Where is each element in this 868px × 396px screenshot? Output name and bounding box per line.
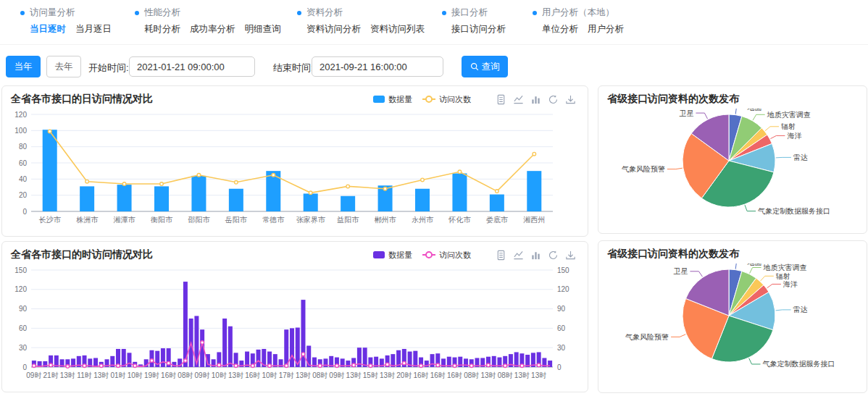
end-time-label: 结束时间:	[273, 62, 314, 75]
chart-legend: 数据量 访问次数	[373, 250, 471, 261]
data-view-icon[interactable]	[496, 250, 506, 261]
this-year-button[interactable]: 当年	[6, 56, 41, 77]
legend-item-databar[interactable]: 数据量	[373, 94, 412, 105]
svg-text:气象风险预警: 气象风险预警	[622, 165, 665, 173]
nav-item-daily-month[interactable]: 当月逐日	[75, 23, 112, 35]
svg-text:地质灾害调查: 地质灾害调查	[763, 264, 807, 271]
nav-section-title: 资料分析	[306, 7, 343, 19]
svg-text:150: 150	[14, 266, 27, 274]
legend-label: 访问次数	[439, 250, 471, 261]
restore-icon[interactable]	[548, 250, 559, 261]
bar-swatch-icon	[373, 251, 385, 258]
chart-legend: 数据量 访问次数	[373, 94, 471, 105]
start-time-input[interactable]	[129, 56, 255, 77]
svg-text:16时: 16时	[414, 371, 429, 379]
download-icon[interactable]	[565, 94, 576, 105]
nav-item-data-access-list[interactable]: 资料访问列表	[370, 23, 425, 35]
svg-text:常德市: 常德市	[262, 216, 285, 224]
nav-item-hourly-today[interactable]: 当日逐时	[30, 23, 66, 35]
svg-text:150: 150	[557, 266, 569, 274]
legend-item-visitline[interactable]: 访问次数	[422, 250, 471, 261]
svg-text:08时: 08时	[464, 371, 479, 379]
nav-section-title: 性能分析	[144, 7, 180, 19]
nav-item-interface-access-analysis[interactable]: 接口访问分析	[451, 23, 506, 35]
filter-bar: 当年 去年 开始时间: 结束时间: 查询	[0, 56, 868, 79]
svg-text:气象定制数据服务接口: 气象定制数据服务接口	[758, 207, 830, 215]
line-chart-toggle-icon[interactable]	[513, 250, 524, 261]
line-swatch-icon	[422, 251, 435, 258]
chart-title: 省级接口访问资料的次数发布	[607, 248, 739, 261]
svg-text:0: 0	[22, 208, 27, 216]
svg-text:辐射: 辐射	[781, 122, 796, 130]
nav-section-title: 用户分析（本地）	[542, 7, 614, 19]
bullet-icon	[442, 11, 446, 15]
province-pie-panel-top: 省级接口访问资料的次数发布 地面地质灾害调查辐射海洋雷达气象定制数据服务接口气象…	[598, 85, 867, 234]
svg-text:雷达: 雷达	[793, 153, 808, 161]
svg-text:20时: 20时	[396, 371, 412, 379]
download-icon[interactable]	[565, 250, 576, 261]
nav-item-unit-analysis[interactable]: 单位分析	[542, 23, 578, 35]
svg-text:13时: 13时	[60, 371, 75, 379]
svg-text:株洲市: 株洲市	[75, 216, 99, 224]
nav-item-data-access-analysis[interactable]: 资料访问分析	[306, 23, 361, 35]
svg-text:海洋: 海洋	[783, 280, 798, 288]
bar-swatch-icon	[373, 96, 385, 103]
svg-text:10时: 10时	[128, 371, 143, 379]
legend-label: 访问次数	[439, 94, 471, 105]
nav-item-user-analysis[interactable]: 用户分析	[588, 23, 624, 35]
line-swatch-icon	[422, 96, 435, 103]
analytics-dashboard: 访问量分析 当日逐时 当月逐日 性能分析 耗时分析 成功率分析 明细查询 资料分…	[0, 0, 868, 396]
legend-label: 数据量	[388, 250, 412, 261]
restore-icon[interactable]	[548, 94, 559, 105]
nav-section-performance: 性能分析 耗时分析 成功率分析 明细查询	[135, 7, 281, 35]
bar-chart-toggle-icon[interactable]	[530, 250, 541, 261]
hourly-bar-line-chart[interactable]: 0030306060909012012015015009时21时13时11时13…	[2, 264, 582, 389]
svg-text:13时: 13时	[480, 371, 496, 379]
svg-text:30: 30	[557, 344, 566, 352]
legend-item-visitline[interactable]: 访问次数	[422, 94, 471, 105]
svg-text:卫星: 卫星	[673, 267, 688, 275]
svg-text:60: 60	[19, 324, 28, 332]
search-button[interactable]: 查询	[462, 56, 508, 77]
svg-text:16时: 16时	[245, 371, 260, 379]
province-pie-chart-bottom[interactable]: 地面地质灾害调查辐射海洋雷达气象定制数据服务接口气象风险预警卫星	[598, 264, 867, 388]
legend-label: 数据量	[388, 94, 412, 105]
daily-bar-line-chart[interactable]: 020406080100120长沙市株洲市湘潭市衡阳市邵阳市岳阳市常德市张家界市…	[2, 109, 582, 233]
svg-text:60: 60	[19, 159, 28, 167]
nav-section-title: 访问量分析	[30, 7, 75, 19]
svg-text:10时: 10时	[212, 371, 227, 379]
svg-text:40: 40	[19, 175, 28, 183]
svg-text:益阳市: 益阳市	[337, 216, 359, 224]
svg-text:13时: 13时	[514, 371, 530, 379]
bullet-icon	[533, 11, 537, 15]
svg-text:长沙市: 长沙市	[39, 216, 62, 224]
svg-text:16时: 16时	[161, 371, 176, 379]
province-pie-chart-top[interactable]: 地面地质灾害调查辐射海洋雷达气象定制数据服务接口气象风险预警卫星	[598, 109, 867, 230]
svg-text:卫星: 卫星	[679, 109, 693, 117]
nav-section-data-analysis: 资料分析 资料访问分析 资料访问列表	[297, 7, 425, 35]
search-button-label: 查询	[482, 61, 500, 73]
magnifier-icon	[470, 62, 479, 71]
nav-item-detail-query[interactable]: 明细查询	[245, 23, 281, 35]
svg-text:地面: 地面	[746, 109, 761, 111]
nav-item-success-rate[interactable]: 成功率分析	[190, 23, 235, 35]
svg-text:岳阳市: 岳阳市	[225, 216, 248, 224]
line-chart-toggle-icon[interactable]	[513, 94, 524, 105]
last-year-button[interactable]: 去年	[46, 56, 81, 77]
hourly-chart-panel: 全省各市接口的时访问情况对比 数据量 访问次数 0030306060909012…	[1, 241, 588, 392]
chart-title: 全省各市接口的日访问情况对比	[11, 93, 153, 106]
svg-text:13时: 13时	[380, 371, 395, 379]
chart-title: 省级接口访问资料的次数发布	[607, 93, 739, 106]
svg-text:地面: 地面	[746, 264, 761, 266]
svg-text:湘潭市: 湘潭市	[114, 216, 136, 224]
end-time-input[interactable]	[312, 56, 443, 77]
nav-item-time-cost[interactable]: 耗时分析	[144, 23, 180, 35]
svg-text:19时: 19时	[144, 371, 159, 379]
daily-chart-panel: 全省各市接口的日访问情况对比 数据量 访问次数 020406080100120长…	[1, 85, 588, 237]
legend-item-databar[interactable]: 数据量	[373, 250, 412, 261]
svg-text:辐射: 辐射	[776, 272, 790, 280]
bar-chart-toggle-icon[interactable]	[530, 94, 541, 105]
svg-text:气象定制数据服务接口: 气象定制数据服务接口	[763, 360, 835, 368]
data-view-icon[interactable]	[496, 94, 506, 105]
svg-text:17时: 17时	[279, 371, 294, 379]
